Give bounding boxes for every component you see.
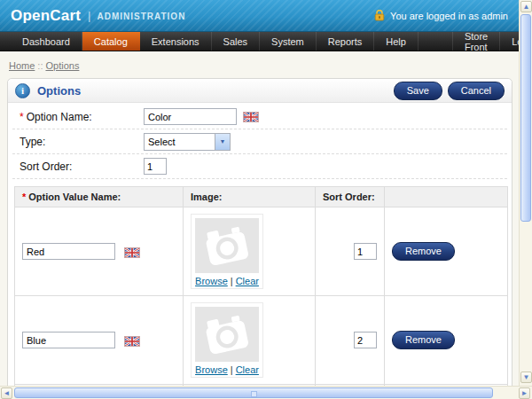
value-name-input-red[interactable] xyxy=(22,243,115,260)
value-name-input-blue[interactable] xyxy=(22,332,115,348)
sort-cell xyxy=(316,296,385,385)
lock-icon xyxy=(374,10,385,21)
table-header-row: *Option Value Name: Image: Sort Order: xyxy=(15,187,508,207)
english-flag-icon xyxy=(124,247,140,258)
clear-link[interactable]: Clear xyxy=(236,364,259,375)
type-select-value: Select xyxy=(145,137,215,147)
sort-order-label: Sort Order: xyxy=(20,160,144,173)
menu-logout[interactable]: Logout xyxy=(499,32,519,51)
type-select[interactable]: Select ▼ xyxy=(144,133,231,151)
browse-link[interactable]: Browse xyxy=(195,364,228,375)
vertical-scrollbar[interactable]: ▲ ▼ xyxy=(519,0,532,386)
menu-sales[interactable]: Sales xyxy=(212,32,261,51)
col-header-option-value-name: *Option Value Name: xyxy=(15,187,184,207)
scroll-up-icon[interactable]: ▲ xyxy=(520,1,532,12)
value-sort-input-red[interactable] xyxy=(354,243,377,260)
content-area: Home::Options i Options Save Cancel *Opt… xyxy=(0,51,519,386)
option-name-label: *Option Name: xyxy=(20,111,144,123)
menu-right-group: Store Front Logout xyxy=(442,32,519,51)
type-label: Type: xyxy=(20,136,144,148)
value-name-cell xyxy=(15,296,184,385)
app-header: OpenCart | ADMINISTRATION You are logged… xyxy=(0,0,519,32)
value-name-cell xyxy=(15,207,184,296)
cancel-button[interactable]: Cancel xyxy=(448,82,505,100)
administration-label: ADMINISTRATION xyxy=(97,10,185,21)
action-cell: Remove xyxy=(385,207,508,296)
image-links: Browse|Clear xyxy=(195,276,259,286)
image-placeholder-camera-icon[interactable] xyxy=(195,307,259,362)
opencart-logo: OpenCart xyxy=(11,7,81,25)
menu-help[interactable]: Help xyxy=(374,32,419,51)
breadcrumb-options-link[interactable]: Options xyxy=(45,60,79,71)
browse-link[interactable]: Browse xyxy=(195,276,228,286)
page-viewport: OpenCart | ADMINISTRATION You are logged… xyxy=(0,0,519,386)
menu-store-front[interactable]: Store Front xyxy=(452,32,499,51)
menu-system[interactable]: System xyxy=(260,32,317,51)
form-row-option-name: *Option Name: xyxy=(12,105,507,129)
image-widget: Browse|Clear xyxy=(191,214,263,289)
login-status: You are logged in as admin xyxy=(374,10,508,21)
page-title: Options xyxy=(37,84,81,98)
option-values-table: *Option Value Name: Image: Sort Order: xyxy=(14,186,508,386)
menu-spacer xyxy=(419,32,442,51)
scroll-down-icon[interactable]: ▼ xyxy=(520,372,532,383)
form-row-type: Type: Select ▼ xyxy=(12,129,507,154)
horizontal-scrollbar[interactable]: ◄ ► xyxy=(0,386,532,399)
value-sort-input-blue[interactable] xyxy=(354,332,377,348)
breadcrumb-separator: :: xyxy=(37,60,43,71)
sort-cell xyxy=(316,207,385,296)
image-widget: Browse|Clear xyxy=(191,302,263,378)
menu-reports[interactable]: Reports xyxy=(317,32,375,51)
horizontal-scrollbar-thumb[interactable] xyxy=(14,387,493,398)
main-menu: Dashboard Catalog Extensions Sales Syste… xyxy=(0,32,519,51)
save-button[interactable]: Save xyxy=(394,82,442,100)
col-header-image: Image: xyxy=(184,187,316,207)
sort-order-input[interactable] xyxy=(144,158,167,175)
scroll-right-icon[interactable]: ► xyxy=(519,387,530,399)
option-form: *Option Name: Type: xyxy=(8,103,512,179)
breadcrumb-home-link[interactable]: Home xyxy=(9,60,35,71)
scroll-left-icon[interactable]: ◄ xyxy=(1,387,12,399)
menu-extensions[interactable]: Extensions xyxy=(140,32,212,51)
option-name-input[interactable] xyxy=(144,108,237,125)
chevron-down-icon: ▼ xyxy=(215,134,230,150)
image-links: Browse|Clear xyxy=(195,364,259,375)
breadcrumb: Home::Options xyxy=(9,60,512,71)
opencart-admin-window: OpenCart | ADMINISTRATION You are logged… xyxy=(0,0,532,399)
option-value-row-red: Browse|Clear Remove xyxy=(15,207,508,296)
english-flag-icon xyxy=(124,336,140,347)
remove-button-red[interactable]: Remove xyxy=(392,242,455,261)
clear-link[interactable]: Clear xyxy=(236,276,259,286)
panel-header: i Options Save Cancel xyxy=(8,79,512,103)
login-status-text: You are logged in as admin xyxy=(390,11,508,21)
info-icon: i xyxy=(15,83,30,98)
option-value-row-blue: Browse|Clear Remove xyxy=(15,296,508,385)
image-placeholder-camera-icon[interactable] xyxy=(195,218,259,273)
english-flag-icon xyxy=(243,112,259,122)
logo-divider: | xyxy=(88,9,90,22)
menu-catalog[interactable]: Catalog xyxy=(82,32,140,51)
action-cell: Remove xyxy=(385,296,508,385)
vertical-scrollbar-thumb[interactable] xyxy=(520,14,531,222)
menu-dashboard[interactable]: Dashboard xyxy=(11,32,82,51)
panel-buttons: Save Cancel xyxy=(394,82,505,100)
image-cell: Browse|Clear xyxy=(184,296,316,385)
col-header-sort-order: Sort Order: xyxy=(316,187,385,207)
image-cell: Browse|Clear xyxy=(184,207,316,296)
options-panel: i Options Save Cancel *Option Name: xyxy=(7,78,512,386)
col-header-action xyxy=(385,187,508,207)
remove-button-blue[interactable]: Remove xyxy=(392,331,455,349)
form-row-sort-order: Sort Order: xyxy=(12,154,507,179)
